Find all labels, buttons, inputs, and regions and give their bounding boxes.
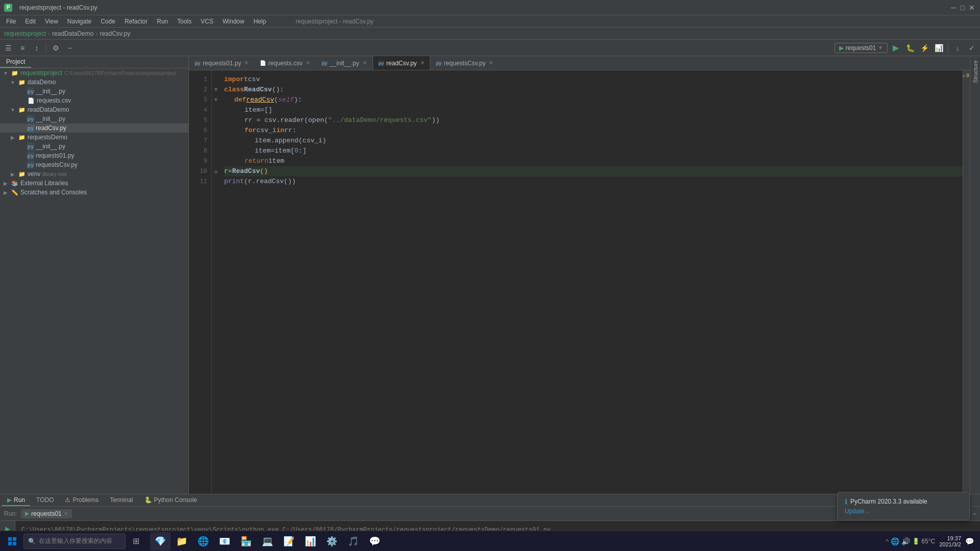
tab-readCsv[interactable]: py readCsv.py ✕ [373, 56, 430, 70]
taskbar-start[interactable] [2, 532, 22, 550]
tray-battery[interactable]: 🔋 65°C [912, 538, 935, 545]
tree-external-libs[interactable]: ▶ 📚 External Libraries [0, 179, 188, 188]
taskbar-icon-9[interactable]: ⚙️ [322, 532, 342, 550]
menu-navigate[interactable]: Navigate [63, 17, 95, 26]
tab-init[interactable]: py __init__.py ✕ [316, 56, 373, 70]
run-with-coverage-btn[interactable]: ⚡ [918, 42, 930, 54]
project-tab[interactable]: Project [0, 56, 31, 68]
profile-btn[interactable]: 📊 [933, 42, 945, 54]
run-config-dropdown[interactable]: ▶ requests01 ▼ [835, 43, 888, 53]
toolbar-align-btn[interactable]: ≡ [16, 42, 29, 54]
tray-sound[interactable]: 🔊 [901, 537, 910, 545]
requestsDemo-arrow: ▶ [9, 135, 16, 140]
tab-python-console[interactable]: 🐍 Python Console [139, 494, 203, 506]
tab-terminal[interactable]: Terminal [105, 494, 138, 506]
tab-readCsv-close[interactable]: ✕ [420, 60, 425, 66]
taskbar-icon-1[interactable]: 💎 [150, 532, 170, 550]
gutter-warnings: ⚠ 9 [962, 72, 969, 79]
maximize-button[interactable]: □ [959, 4, 967, 11]
app-icon: P [4, 4, 12, 12]
run-config-close[interactable]: ✕ [64, 511, 68, 516]
run-label: Run: [4, 510, 17, 517]
taskbar-icon-3[interactable]: 🌐 [193, 532, 213, 550]
tree-readDataDemo[interactable]: ▼ 📁 readDataDemo [0, 105, 188, 114]
tree-init-1[interactable]: ▶ py __init__.py [0, 87, 188, 96]
right-tool-1[interactable]: Structure [972, 60, 978, 83]
menu-refactor[interactable]: Refactor [120, 17, 152, 26]
menu-edit[interactable]: Edit [21, 17, 40, 26]
taskbar-icon-6[interactable]: 💻 [257, 532, 278, 550]
fold-def[interactable]: ▼ [212, 95, 220, 105]
debug-button[interactable]: 🐛 [904, 42, 916, 54]
run-config-tab[interactable]: ▶ requests01 ✕ [21, 509, 71, 518]
taskbar-search[interactable]: 🔍 在这里输入你要搜索的内容 [23, 534, 126, 549]
error-indicator[interactable]: ⚠ [214, 166, 218, 177]
tab-requests-csv[interactable]: 📄 requests.csv ✕ [254, 56, 315, 70]
taskbar-icon-10[interactable]: 🎵 [343, 532, 363, 550]
taskbar-task-view[interactable]: ⊞ [127, 532, 145, 550]
menu-file[interactable]: File [2, 17, 20, 26]
vcs-commit-btn[interactable]: ✓ [966, 42, 978, 54]
tree-readCsv[interactable]: ▶ py readCsv.py [0, 123, 188, 133]
code-line-6: for csv_i in rr: [224, 126, 963, 136]
tab-readCsv-icon: py [378, 61, 384, 66]
toolbar-sort-btn[interactable]: ↕ [31, 42, 43, 54]
run-tab-play-icon: ▶ [25, 510, 29, 517]
tree-init-2[interactable]: ▶ py __init__.py [0, 114, 188, 123]
editor-content[interactable]: 1 2 3 4 5 6 7 8 9 10 11 ▼ ▼ [189, 70, 970, 494]
tab-init-close[interactable]: ✕ [362, 60, 367, 66]
taskbar-icon-7[interactable]: 📝 [279, 532, 299, 550]
breadcrumb-file[interactable]: readCsv.py [100, 30, 130, 37]
tab-todo[interactable]: TODO [31, 494, 59, 506]
code-editor[interactable]: import csv class ReadCsv(): def readCsv(… [220, 70, 963, 494]
menu-help[interactable]: Help [250, 17, 271, 26]
run-button[interactable]: ▶ [890, 42, 902, 54]
tab-requests01-close[interactable]: ✕ [244, 60, 249, 66]
toolbar-settings-btn[interactable]: ⚙ [50, 42, 62, 54]
tree-requests-csv[interactable]: ▶ 📄 requests.csv [0, 96, 188, 105]
tray-notification[interactable]: 💬 [965, 537, 974, 545]
menu-tools[interactable]: Tools [173, 17, 195, 26]
tree-init-3[interactable]: ▶ py __init__.py [0, 142, 188, 151]
menu-run[interactable]: Run [153, 17, 172, 26]
venv-icon: 📁 [18, 170, 26, 178]
tree-requestsCsv[interactable]: ▶ py requestsCsv.py [0, 160, 188, 169]
menu-window[interactable]: Window [218, 17, 249, 26]
close-button[interactable]: ✕ [968, 4, 976, 11]
taskbar-icon-5[interactable]: 🏪 [236, 532, 256, 550]
clock[interactable]: 19:37 2021/3/2 [937, 535, 963, 547]
notification-update-link[interactable]: Update... [845, 508, 870, 515]
taskbar-icon-8[interactable]: 📊 [300, 532, 321, 550]
menu-vcs[interactable]: VCS [197, 17, 217, 26]
taskbar-icon-11[interactable]: 💬 [364, 532, 385, 550]
tab-csv-close[interactable]: ✕ [306, 60, 310, 66]
tree-root[interactable]: ▼ 📁 requestsproject C:\Users\86178\Pycha… [0, 68, 188, 78]
run-tab-label: Run [14, 496, 25, 504]
tab-requestsCsv[interactable]: py requestsCsv.py ✕ [430, 56, 499, 70]
tree-requestsDemo[interactable]: ▶ 📁 requestsDemo [0, 133, 188, 142]
breadcrumb-project[interactable]: requestsproject [4, 30, 46, 37]
tab-run[interactable]: ▶ Run [2, 494, 30, 506]
dataDemo-label: dataDemo [28, 79, 56, 86]
tray-icons[interactable]: ^ [886, 538, 889, 544]
run-panel-pin-btn[interactable]: − [972, 510, 976, 517]
minimize-button[interactable]: ─ [949, 4, 958, 11]
tree-scratches[interactable]: ▶ ✏️ Scratches and Consoles [0, 188, 188, 197]
vcs-update-btn[interactable]: ↓ [951, 42, 964, 54]
tab-requests01[interactable]: py requests01.py ✕ [189, 56, 254, 70]
taskbar-icon-4[interactable]: 📧 [214, 532, 235, 550]
taskbar-icon-2[interactable]: 📁 [172, 532, 192, 550]
tab-problems[interactable]: ⚠ Problems [60, 494, 104, 506]
menu-code[interactable]: Code [96, 17, 119, 26]
tree-requests01[interactable]: ▶ py requests01.py [0, 151, 188, 160]
tab-requestsCsv-close[interactable]: ✕ [488, 60, 493, 66]
menu-view[interactable]: View [41, 17, 62, 26]
breadcrumb-folder[interactable]: readDataDemo [52, 30, 93, 37]
root-folder-icon: 📁 [11, 69, 19, 77]
toolbar-structure-btn[interactable]: ☰ [2, 42, 14, 54]
tray-network[interactable]: 🌐 [891, 537, 899, 545]
fold-class[interactable]: ▼ [212, 85, 220, 95]
toolbar-minus-btn[interactable]: − [64, 42, 76, 54]
tree-venv[interactable]: ▶ 📁 venv library root [0, 169, 188, 179]
tree-dataDemo[interactable]: ▼ 📁 dataDemo [0, 78, 188, 87]
